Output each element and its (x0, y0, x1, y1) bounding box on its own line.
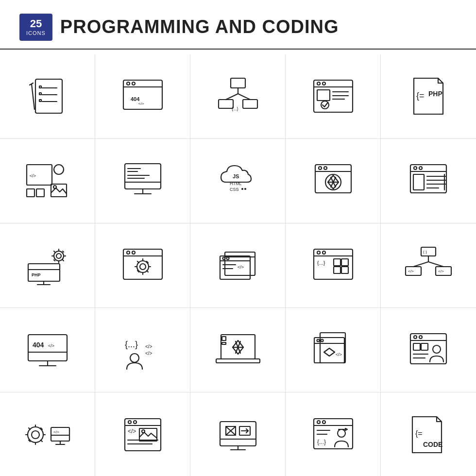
svg-rect-66 (413, 174, 424, 190)
icon-cell-php-file: {= PHP (381, 54, 476, 139)
svg-rect-26 (317, 90, 330, 101)
svg-line-7 (32, 84, 34, 109)
page-header: 25 ICONS PROGRAMMING AND CODING (0, 0, 476, 50)
svg-text:</>: </> (145, 351, 153, 356)
svg-point-52 (244, 188, 246, 190)
svg-line-171 (29, 428, 30, 429)
svg-text:</>: </> (48, 343, 54, 348)
icon-cell-monitor-404: 404 </> (0, 308, 95, 392)
svg-point-183 (134, 421, 136, 424)
icon-cell-settings-code-monitor: </> (0, 392, 95, 476)
svg-point-138 (130, 354, 139, 362)
icon-cell-network-diagram: {...} (190, 54, 286, 139)
svg-text:CSS: CSS (230, 187, 239, 192)
svg-point-108 (222, 257, 225, 260)
icon-cell-cloud-js-html-css: JS HTML CSS (190, 139, 286, 223)
svg-point-81 (56, 254, 61, 258)
svg-point-115 (317, 251, 320, 254)
icon-cell-browser-diamond-code: </> (286, 308, 381, 392)
svg-point-116 (323, 251, 325, 254)
icon-cell-browser-layers: </> (190, 223, 286, 308)
icon-cell-monitor-code (95, 139, 190, 223)
svg-text:{=: {= (415, 429, 423, 438)
page-title: PROGRAMMING AND CODING (60, 17, 339, 37)
icon-cell-browser-user (381, 308, 476, 392)
svg-rect-142 (216, 359, 260, 363)
icon-cell-responsive-design: </> (0, 139, 95, 223)
svg-point-158 (414, 336, 417, 339)
svg-line-89 (54, 260, 55, 261)
svg-line-88 (63, 251, 64, 252)
svg-point-200 (317, 421, 320, 424)
svg-text:</>: </> (238, 265, 244, 270)
svg-text:PHP: PHP (32, 272, 41, 277)
icon-cell-browser-curly-grid: {...} (286, 223, 381, 308)
icon-cell-browser-content: </> (95, 392, 190, 476)
icon-cell-webpage-checkmark (286, 54, 381, 139)
svg-rect-6 (39, 100, 41, 102)
svg-point-64 (414, 167, 417, 170)
svg-point-182 (128, 421, 131, 424)
icon-cell-browser-diamond (286, 139, 381, 223)
svg-text:</>: </> (128, 428, 136, 435)
svg-point-56 (324, 167, 327, 170)
svg-line-101 (147, 271, 148, 272)
svg-rect-2 (39, 86, 41, 88)
icon-cell-checklist-pencil (0, 54, 95, 139)
svg-point-65 (419, 167, 422, 170)
svg-line-125 (428, 262, 443, 267)
svg-text:PHP: PHP (428, 90, 442, 98)
svg-point-186 (142, 430, 145, 433)
svg-point-39 (53, 186, 56, 188)
svg-text:HTML: HTML (230, 181, 242, 186)
svg-text:JS: JS (233, 173, 239, 179)
svg-point-35 (54, 165, 64, 174)
svg-text:</>: </> (138, 102, 144, 106)
svg-point-93 (132, 251, 135, 254)
svg-rect-120 (334, 267, 340, 273)
svg-line-124 (413, 262, 428, 267)
svg-text:{...}: {...} (317, 439, 326, 445)
svg-point-55 (319, 167, 322, 170)
svg-point-166 (32, 431, 39, 439)
icon-cell-browser-person-pencil: {...} (286, 392, 381, 476)
icon-cell-browser-gear (95, 223, 190, 308)
svg-text:{=: {= (416, 91, 425, 101)
svg-rect-119 (341, 259, 348, 266)
svg-point-205 (338, 429, 345, 437)
svg-rect-121 (341, 267, 348, 273)
icon-cell-code-file: {= CODE (381, 392, 476, 476)
icon-cell-hierarchy-code: </> </> { } (381, 223, 476, 308)
svg-point-25 (323, 82, 325, 85)
svg-text:{ }: { } (423, 250, 427, 254)
icon-cell-laptop-diamond (190, 308, 286, 392)
svg-point-164 (433, 345, 441, 353)
svg-point-80 (54, 251, 64, 261)
svg-line-19 (226, 94, 238, 100)
svg-point-152 (317, 340, 319, 342)
svg-text:</>: </> (438, 269, 444, 273)
svg-point-109 (226, 257, 229, 260)
svg-line-100 (137, 261, 139, 263)
svg-line-86 (54, 251, 55, 252)
badge-sub: ICONS (26, 30, 46, 36)
svg-point-51 (241, 188, 243, 190)
svg-point-159 (419, 336, 422, 339)
svg-rect-37 (36, 189, 44, 197)
icon-count-badge: 25 ICONS (19, 14, 52, 41)
svg-rect-160 (413, 343, 420, 350)
svg-text:</>: </> (408, 269, 414, 273)
svg-line-87 (63, 260, 64, 261)
svg-text:404: 404 (33, 341, 44, 349)
svg-text:</>: </> (30, 173, 36, 178)
svg-point-11 (127, 82, 130, 85)
svg-marker-207 (345, 428, 347, 430)
svg-rect-17 (243, 100, 257, 108)
svg-point-201 (323, 421, 325, 424)
svg-rect-118 (334, 259, 340, 266)
svg-rect-36 (27, 189, 34, 197)
icon-cell-developer-code: {...} </> </> (95, 308, 190, 392)
svg-point-92 (127, 251, 130, 254)
svg-text:{...}: {...} (317, 260, 325, 266)
svg-text:{...}: {...} (232, 106, 238, 111)
